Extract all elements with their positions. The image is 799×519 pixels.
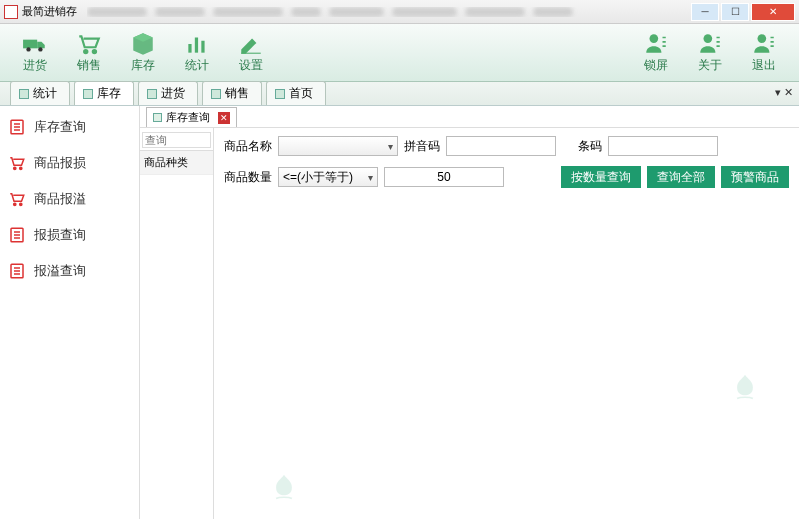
cart-icon xyxy=(76,31,102,57)
toolbar-label: 关于 xyxy=(698,57,722,74)
window-controls: ─ ☐ ✕ xyxy=(689,3,795,21)
tab-stats[interactable]: 统计 xyxy=(10,81,70,105)
cart-icon xyxy=(8,190,26,208)
tab-icon xyxy=(147,89,157,99)
user-icon xyxy=(643,31,669,57)
compare-select[interactable]: <=(小于等于) xyxy=(278,167,378,187)
subtab-close-button[interactable]: ✕ xyxy=(218,112,230,124)
subtab-label: 库存查询 xyxy=(166,110,210,125)
toolbar-inventory[interactable]: 库存 xyxy=(116,31,170,74)
svg-rect-6 xyxy=(195,38,198,53)
svg-rect-5 xyxy=(188,44,191,53)
tab-icon xyxy=(211,89,221,99)
tab-inventory[interactable]: 库存 xyxy=(74,81,134,105)
sidebar-item-label: 商品报损 xyxy=(34,154,86,172)
compare-value: <=(小于等于) xyxy=(283,169,353,186)
tab-home[interactable]: 首页 xyxy=(266,81,326,105)
subtab-icon xyxy=(153,113,162,122)
tab-label: 库存 xyxy=(97,85,121,102)
query-all-button[interactable]: 查询全部 xyxy=(647,166,715,188)
tab-sales[interactable]: 销售 xyxy=(202,81,262,105)
app-icon xyxy=(4,5,18,19)
titlebar: 最简进销存 ─ ☐ ✕ xyxy=(0,0,799,24)
toolbar-label: 销售 xyxy=(77,57,101,74)
svg-point-4 xyxy=(93,50,96,53)
svg-point-3 xyxy=(84,50,87,53)
qty-label: 商品数量 xyxy=(224,169,272,186)
barcode-label: 条码 xyxy=(578,138,602,155)
sidebar-item-overflow-query[interactable]: 报溢查询 xyxy=(4,256,135,286)
svg-point-9 xyxy=(704,34,713,43)
list-icon xyxy=(8,118,26,136)
toolbar-label: 库存 xyxy=(131,57,155,74)
category-panel: 商品种类 xyxy=(140,128,214,519)
svg-point-2 xyxy=(38,47,42,51)
toolbar-label: 锁屏 xyxy=(644,57,668,74)
sidebar-item-inv-query[interactable]: 库存查询 xyxy=(4,112,135,142)
toolbar-lock[interactable]: 锁屏 xyxy=(629,31,683,74)
svg-point-8 xyxy=(650,34,659,43)
toolbar-label: 进货 xyxy=(23,57,47,74)
pencil-icon xyxy=(238,31,264,57)
subtab-bar: 库存查询 ✕ xyxy=(140,106,799,128)
category-search xyxy=(140,128,213,151)
category-header[interactable]: 商品种类 xyxy=(140,151,213,175)
toolbar-about[interactable]: 关于 xyxy=(683,31,737,74)
window-title: 最简进销存 xyxy=(22,4,77,19)
truck-icon xyxy=(22,31,48,57)
close-button[interactable]: ✕ xyxy=(751,3,795,21)
toolbar-settings[interactable]: 设置 xyxy=(224,31,278,74)
pinyin-label: 拼音码 xyxy=(404,138,440,155)
pinyin-input[interactable] xyxy=(446,136,556,156)
svg-point-12 xyxy=(14,167,16,169)
sidebar: 库存查询 商品报损 商品报溢 报损查询 报溢查询 xyxy=(0,106,140,519)
barcode-input[interactable] xyxy=(608,136,718,156)
product-name-label: 商品名称 xyxy=(224,138,272,155)
tab-icon xyxy=(83,89,93,99)
toolbar-sales[interactable]: 销售 xyxy=(62,31,116,74)
box-icon xyxy=(130,31,156,57)
title-blur xyxy=(87,7,689,17)
subtab-inv-query[interactable]: 库存查询 ✕ xyxy=(146,107,237,127)
user-icon xyxy=(697,31,723,57)
sidebar-item-label: 商品报溢 xyxy=(34,190,86,208)
query-form: 商品名称 拼音码 条码 商品数量 <=(小于等于) 按数量查询 查询全部 预警商… xyxy=(214,128,799,519)
tab-label: 首页 xyxy=(289,85,313,102)
category-search-input[interactable] xyxy=(142,132,211,148)
content-area: 库存查询 ✕ 商品种类 商品名称 拼音码 条码 xyxy=(140,106,799,519)
toolbar-exit[interactable]: 退出 xyxy=(737,31,791,74)
svg-point-15 xyxy=(20,203,22,205)
tab-icon xyxy=(275,89,285,99)
svg-rect-7 xyxy=(201,41,204,53)
tab-bar: 统计 库存 进货 销售 首页 ▾ ✕ xyxy=(0,82,799,106)
tab-label: 统计 xyxy=(33,85,57,102)
toolbar-label: 统计 xyxy=(185,57,209,74)
tab-icon xyxy=(19,89,29,99)
svg-point-10 xyxy=(758,34,767,43)
sidebar-item-overflow[interactable]: 商品报溢 xyxy=(4,184,135,214)
main-toolbar: 进货 销售 库存 统计 设置 锁屏 关于 退出 xyxy=(0,24,799,82)
svg-point-13 xyxy=(20,167,22,169)
list-icon xyxy=(8,262,26,280)
maximize-button[interactable]: ☐ xyxy=(721,3,749,21)
content-body: 商品种类 商品名称 拼音码 条码 商品数量 <=(小于等于) 按数量查询 xyxy=(140,128,799,519)
minimize-button[interactable]: ─ xyxy=(691,3,719,21)
warning-button[interactable]: 预警商品 xyxy=(721,166,789,188)
tab-label: 销售 xyxy=(225,85,249,102)
product-name-select[interactable] xyxy=(278,136,398,156)
toolbar-label: 设置 xyxy=(239,57,263,74)
svg-rect-0 xyxy=(23,40,37,49)
qty-query-button[interactable]: 按数量查询 xyxy=(561,166,641,188)
sidebar-item-damage-query[interactable]: 报损查询 xyxy=(4,220,135,250)
svg-point-14 xyxy=(14,203,16,205)
tab-purchase[interactable]: 进货 xyxy=(138,81,198,105)
sidebar-item-label: 报溢查询 xyxy=(34,262,86,280)
list-icon xyxy=(8,226,26,244)
toolbar-purchase[interactable]: 进货 xyxy=(8,31,62,74)
sidebar-item-damage[interactable]: 商品报损 xyxy=(4,148,135,178)
qty-input[interactable] xyxy=(384,167,504,187)
svg-point-1 xyxy=(26,47,30,51)
tab-collapse-button[interactable]: ▾ ✕ xyxy=(775,86,793,99)
toolbar-stats[interactable]: 统计 xyxy=(170,31,224,74)
main-area: 库存查询 商品报损 商品报溢 报损查询 报溢查询 库存查询 ✕ xyxy=(0,106,799,519)
